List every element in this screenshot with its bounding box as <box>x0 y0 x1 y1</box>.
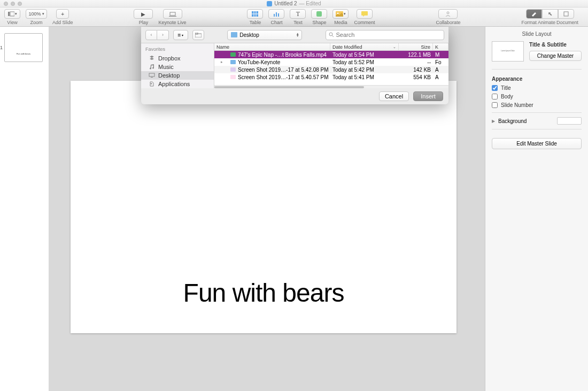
svg-rect-10 <box>278 13 279 17</box>
table-label: Table <box>250 20 261 25</box>
file-date: Today at 5:52 PM <box>330 59 399 65</box>
file-dialog: ‹ › ≡ ▾ Desktop ▴▾ Favorites DropboxMusi… <box>141 27 448 104</box>
slidenum-checkbox-row[interactable]: Slide Number <box>492 102 582 108</box>
svg-rect-21 <box>151 77 153 78</box>
view-label: View <box>7 20 17 25</box>
background-label: Background <box>498 118 527 124</box>
svg-rect-2 <box>170 12 175 16</box>
chevron-updown-icon: ▴▾ <box>297 33 299 37</box>
title-checkbox-row[interactable]: Title <box>492 85 582 91</box>
sidebar-item-dropbox[interactable]: Dropbox <box>141 54 214 63</box>
sidebar-item-label: Dropbox <box>158 55 181 62</box>
title-checkbox[interactable] <box>492 85 498 91</box>
col-kind[interactable]: K <box>433 43 448 50</box>
shape-button[interactable] <box>311 9 327 19</box>
file-size: 142 KB <box>399 67 433 73</box>
file-row[interactable]: ▸YouTube-KeynoteToday at 5:52 PM--Fo <box>214 58 448 66</box>
master-title: Title & Subtitle <box>529 42 582 48</box>
add-slide-button[interactable]: + <box>56 9 69 19</box>
sidebar-item-label: Music <box>158 64 174 70</box>
search-field[interactable] <box>326 30 445 40</box>
location-popup[interactable]: Desktop ▴▾ <box>227 30 302 40</box>
svg-rect-20 <box>149 73 154 76</box>
nav-back-button[interactable]: ‹ <box>145 30 157 40</box>
file-type-icon <box>230 75 236 79</box>
cancel-button[interactable]: Cancel <box>379 91 409 101</box>
format-button[interactable] <box>526 9 542 19</box>
slidenum-checkbox[interactable] <box>492 102 498 108</box>
window-title: Untitled 2 <box>274 1 297 6</box>
insert-button[interactable]: Insert <box>413 91 443 101</box>
group-button[interactable] <box>192 30 204 40</box>
body-checkbox[interactable] <box>492 94 498 99</box>
search-input[interactable] <box>336 32 442 38</box>
document-button[interactable] <box>558 9 574 19</box>
file-date: Today at 5:41 PM <box>330 74 399 80</box>
collaborate-button[interactable] <box>438 9 458 19</box>
sidebar-favorites-header: Favorites <box>141 45 214 54</box>
keynote-live-button[interactable] <box>163 9 182 19</box>
sidebar-item-desktop[interactable]: Desktop <box>141 71 214 80</box>
text-button[interactable]: T <box>290 9 306 19</box>
animate-button[interactable] <box>542 9 558 19</box>
table-button[interactable] <box>247 9 263 19</box>
folder-icon <box>231 32 237 37</box>
col-name[interactable]: Name <box>214 43 330 50</box>
collaborate-label: Collaborate <box>436 20 460 25</box>
view-button[interactable]: ▾ <box>4 9 20 19</box>
sidebar-item-apps[interactable]: Applications <box>141 80 214 88</box>
svg-rect-0 <box>8 12 10 16</box>
search-icon <box>329 32 334 37</box>
file-date: Today at 5:54 PM <box>330 52 399 58</box>
zoom-label: Zoom <box>30 20 42 25</box>
background-swatch[interactable] <box>557 117 582 125</box>
change-master-button[interactable]: Change Master <box>529 51 582 61</box>
animate-label: Animate <box>538 20 555 25</box>
svg-rect-13 <box>361 11 368 16</box>
play-button[interactable]: ▶ <box>134 9 153 19</box>
shape-label: Shape <box>312 20 326 25</box>
slide-thumbnail[interactable]: Fun with bears <box>4 33 43 62</box>
sidebar-item-music[interactable]: Music <box>141 63 214 71</box>
dialog-toolbar: ‹ › ≡ ▾ Desktop ▴▾ <box>141 27 448 43</box>
minimize-dot[interactable] <box>11 2 15 6</box>
background-row[interactable]: ▶ Background <box>492 112 582 129</box>
comment-button[interactable] <box>357 9 373 19</box>
window-edited: — Edited <box>299 1 321 6</box>
sidebar-item-label: Desktop <box>158 72 180 79</box>
svg-rect-3 <box>169 16 176 17</box>
edit-master-slide-button[interactable]: Edit Master Slide <box>492 138 582 149</box>
play-label: Play <box>139 20 149 25</box>
media-button[interactable]: ▾ <box>332 9 349 19</box>
svg-point-14 <box>447 12 449 14</box>
slide-title-text[interactable]: Fun with bears <box>71 278 457 308</box>
disclosure-triangle-icon[interactable]: ▶ <box>492 119 495 124</box>
document-label: Document <box>556 20 578 25</box>
dialog-sidebar: Favorites DropboxMusicDesktopApplication… <box>141 43 214 88</box>
thumb-number: 1 <box>0 45 3 50</box>
body-checkbox-row[interactable]: Body <box>492 94 582 99</box>
zoom-dot[interactable] <box>18 2 22 6</box>
file-name: Screen Shot 2019…-17 at 5.42.08 PM <box>238 67 329 73</box>
col-size[interactable]: Size <box>399 43 433 50</box>
file-row[interactable]: 747's Epic Nap -…t Brooks Falls.mp4Today… <box>214 51 448 58</box>
h-scrollbar[interactable] <box>214 85 448 88</box>
apps-icon <box>149 81 155 87</box>
inspector: Slide Layout Lorem Ipsum Dolor Title & S… <box>485 27 588 391</box>
file-row[interactable]: Screen Shot 2019…-17 at 5.42.08 PMToday … <box>214 66 448 73</box>
keynote-live-label: Keynote Live <box>158 20 186 25</box>
nav-forward-button[interactable]: › <box>157 30 169 40</box>
zoom-button[interactable]: 100%▾ <box>26 9 47 19</box>
col-date[interactable]: Date Modified⌄ <box>330 43 399 50</box>
file-row[interactable]: Screen Shot 2019…-17 at 5.40.57 PMToday … <box>214 73 448 81</box>
file-header: Name Date Modified⌄ Size K <box>214 43 448 51</box>
chart-button[interactable] <box>268 9 284 19</box>
file-type-icon <box>230 60 236 64</box>
comment-label: Comment <box>354 20 375 25</box>
close-dot[interactable] <box>4 2 8 6</box>
add-slide-label: Add Slide <box>52 20 73 25</box>
slide[interactable]: Fun with bears <box>71 81 457 333</box>
view-mode-button[interactable]: ≡ ▾ <box>173 30 188 40</box>
dialog-footer: Cancel Insert <box>141 88 448 104</box>
svg-rect-15 <box>564 12 568 16</box>
